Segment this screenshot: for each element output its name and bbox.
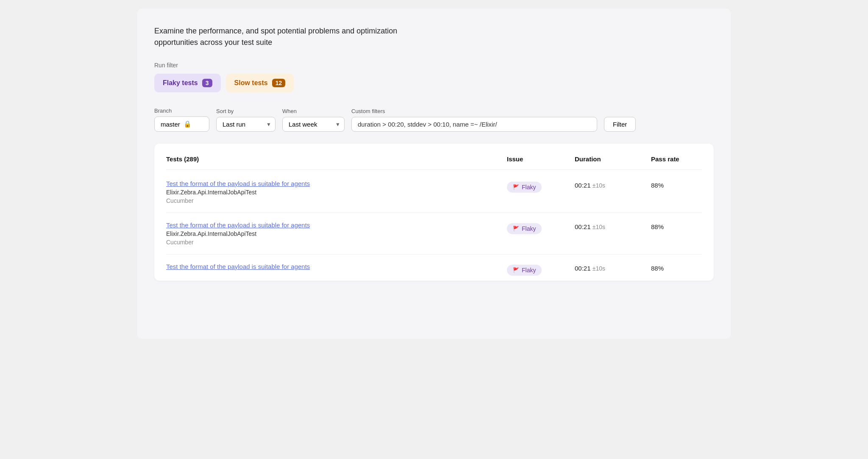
sort-filter-group: Sort by Last run Duration Pass rate Name… [216,108,275,132]
issue-badge: 🚩 Flaky [507,265,542,276]
sort-select[interactable]: Last run Duration Pass rate Name [216,117,275,132]
main-container: Examine the performance, and spot potent… [137,8,731,339]
test-framework: Cucumber [166,197,507,204]
pass-rate-cell: 88% [651,180,702,189]
stddev-value: ±10s [593,224,605,230]
test-class: Elixir.Zebra.Api.InternalJobApiTest [166,189,507,196]
test-info: Test the format of the payload is suitab… [166,263,507,270]
test-name-link[interactable]: Test the format of the payload is suitab… [166,180,507,187]
tests-table-container: Tests (289) Issue Duration Pass rate Tes… [154,144,714,281]
when-label: When [282,108,345,114]
test-info: Test the format of the payload is suitab… [166,180,507,204]
test-name-link[interactable]: Test the format of the payload is suitab… [166,221,507,229]
issue-label: Flaky [522,184,536,191]
when-filter-group: When Last week Last month Last 3 months … [282,108,345,132]
flag-icon: 🚩 [513,184,519,190]
issue-label: Flaky [522,267,536,274]
when-select-wrapper: Last week Last month Last 3 months All t… [282,117,345,132]
column-tests: Tests (289) [166,155,507,163]
column-duration: Duration [575,155,651,163]
duration-value: 00:21 [575,265,591,272]
test-class: Elixir.Zebra.Api.InternalJobApiTest [166,230,507,237]
table-header: Tests (289) Issue Duration Pass rate [166,155,702,170]
test-info: Test the format of the payload is suitab… [166,221,507,246]
column-pass-rate: Pass rate [651,155,702,163]
branch-input[interactable]: master 🔒 [154,116,209,132]
table-row: Test the format of the payload is suitab… [166,171,702,213]
branch-value: master [161,121,180,128]
table-row: Test the format of the payload is suitab… [166,213,702,254]
issue-cell: 🚩 Flaky [507,221,575,234]
slow-tests-filter-button[interactable]: Slow tests 12 [226,74,294,92]
issue-cell: 🚩 Flaky [507,180,575,193]
sort-label: Sort by [216,108,275,114]
duration-cell: 00:21 ±10s [575,221,651,230]
issue-badge: 🚩 Flaky [507,223,542,234]
pass-rate-cell: 88% [651,221,702,230]
branch-filter-group: Branch master 🔒 [154,108,209,132]
page-description: Examine the performance, and spot potent… [154,25,434,48]
run-filter-label: Run filter [154,62,714,69]
branch-label: Branch [154,108,209,114]
filters-row: Branch master 🔒 Sort by Last run Duratio… [154,108,714,132]
custom-filters-input[interactable] [351,117,597,132]
flaky-tests-label: Flaky tests [163,79,198,87]
lock-icon: 🔒 [184,120,192,128]
duration-value: 00:21 [575,182,591,189]
filter-apply-button[interactable]: Filter [604,117,636,132]
custom-filters-group: Custom filters [351,108,597,132]
when-select[interactable]: Last week Last month Last 3 months All t… [282,117,345,132]
slow-tests-badge: 12 [272,79,286,87]
test-framework: Cucumber [166,239,507,246]
issue-badge: 🚩 Flaky [507,182,542,193]
duration-value: 00:21 [575,223,591,230]
table-row-partial: Test the format of the payload is suitab… [166,254,702,281]
column-issue: Issue [507,155,575,163]
test-name-link[interactable]: Test the format of the payload is suitab… [166,263,507,270]
filter-buttons-row: Flaky tests 3 Slow tests 12 [154,74,714,92]
issue-label: Flaky [522,225,536,232]
slow-tests-label: Slow tests [234,79,268,87]
sort-select-wrapper: Last run Duration Pass rate Name ▼ [216,117,275,132]
stddev-value: ±10s [593,265,605,272]
stddev-value: ±10s [593,182,605,189]
duration-cell: 00:21 ±10s [575,263,651,272]
flaky-tests-badge: 3 [202,79,212,87]
flag-icon: 🚩 [513,267,519,273]
flaky-tests-filter-button[interactable]: Flaky tests 3 [154,74,221,92]
custom-filters-label: Custom filters [351,108,597,114]
duration-cell: 00:21 ±10s [575,180,651,189]
flag-icon: 🚩 [513,226,519,232]
pass-rate-cell: 88% [651,263,702,272]
issue-cell: 🚩 Flaky [507,263,575,276]
